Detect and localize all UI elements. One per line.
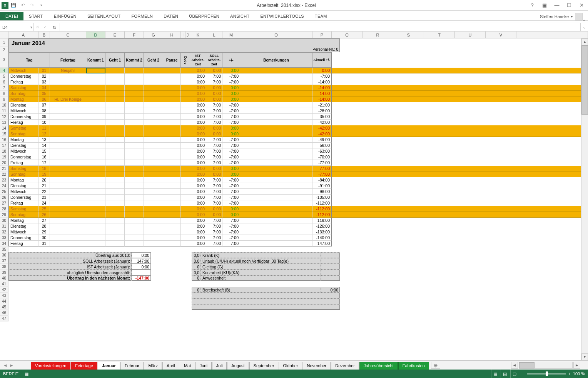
cell-day[interactable]: Dienstag (8, 102, 38, 108)
cell-k1[interactable] (86, 97, 105, 102)
qat-more-icon[interactable]: ▾ (37, 1, 45, 10)
cell-holiday[interactable] (50, 241, 86, 246)
cell-g2[interactable] (144, 120, 163, 125)
cell-akt[interactable]: -77:00 (312, 166, 332, 172)
cell-bem[interactable] (240, 235, 312, 241)
cell-k1[interactable] (86, 183, 105, 189)
legend-txt[interactable]: Gleittag (G) (201, 264, 321, 270)
cell-daynum[interactable]: 06 (38, 97, 50, 102)
tab-team[interactable]: TEAM (309, 12, 332, 20)
summary-value[interactable]: 147:00 (132, 258, 151, 264)
cell-pause[interactable] (163, 206, 181, 212)
cell-pause[interactable] (163, 114, 181, 120)
month-title[interactable]: Januar 2014 (8, 38, 340, 47)
row-header[interactable]: 32 (0, 229, 8, 235)
cell-k2[interactable] (125, 120, 144, 125)
new-sheet-icon[interactable]: ⊕ (431, 362, 440, 369)
cell-ist[interactable]: 0:00 (190, 137, 206, 143)
row-header[interactable]: 40 (0, 275, 8, 281)
cell-g1[interactable] (105, 160, 125, 166)
cell-pause[interactable] (163, 97, 181, 102)
sheet-tab-voreinstellungen[interactable]: Voreinstellungen (31, 362, 70, 370)
cell-soll[interactable]: 7:00 (206, 108, 222, 114)
cell-ist[interactable]: 0:00 (190, 120, 206, 125)
cell-holiday[interactable] (50, 172, 86, 177)
tab-nav-last-icon[interactable]: ► (8, 363, 15, 368)
th-feiertag[interactable]: Feiertag (50, 52, 86, 68)
cell-g2[interactable] (144, 166, 163, 172)
summary-value[interactable]: -147:00 (132, 275, 151, 281)
cell-k1[interactable] (86, 102, 105, 108)
cell-pm[interactable]: -7:00 (222, 235, 240, 241)
cell-k1[interactable] (86, 131, 105, 137)
cell-pause[interactable] (163, 218, 181, 223)
row-header[interactable]: 15 (0, 131, 8, 137)
cell-k2[interactable] (125, 114, 144, 120)
cell-holiday[interactable] (50, 91, 86, 97)
cell-pause[interactable] (163, 212, 181, 218)
cell-pause[interactable] (163, 172, 181, 177)
cell-day[interactable]: Sonntag (8, 172, 38, 177)
cell-pm[interactable]: -7:00 (222, 137, 240, 143)
cell-code[interactable] (181, 108, 190, 114)
cell-g2[interactable] (144, 97, 163, 102)
col-header[interactable] (516, 32, 588, 38)
cell-k2[interactable] (125, 183, 144, 189)
cell-g2[interactable] (144, 137, 163, 143)
cell-g1[interactable] (105, 172, 125, 177)
cell-pm[interactable]: -7:00 (222, 120, 240, 125)
cell-day[interactable]: Mittwoch (8, 68, 38, 73)
cell-g2[interactable] (144, 108, 163, 114)
tab-daten[interactable]: DATEN (158, 12, 184, 20)
cell-g1[interactable] (105, 73, 125, 79)
cell-akt[interactable]: -77:00 (312, 160, 332, 166)
cell-akt[interactable]: -140:00 (312, 235, 332, 241)
cell-akt[interactable]: -147:00 (312, 241, 332, 246)
cell-k2[interactable] (125, 172, 144, 177)
cell-pm[interactable]: 0:00 (222, 206, 240, 212)
cell-akt[interactable]: -42:00 (312, 120, 332, 125)
cell-bem[interactable] (240, 212, 312, 218)
cell-bem[interactable] (240, 73, 312, 79)
col-header[interactable]: H (163, 32, 181, 38)
cell-code[interactable] (181, 206, 190, 212)
cell-ist[interactable]: 0:00 (190, 148, 206, 154)
cell-daynum[interactable]: 20 (38, 177, 50, 183)
cell-ist[interactable]: 0:00 (190, 218, 206, 223)
cell-g1[interactable] (105, 120, 125, 125)
cell-code[interactable] (181, 120, 190, 125)
cell-holiday[interactable] (50, 154, 86, 160)
cell-g1[interactable] (105, 241, 125, 246)
cell-pause[interactable] (163, 148, 181, 154)
cell-soll[interactable]: 0:00 (206, 68, 222, 73)
cell-bem[interactable] (240, 143, 312, 148)
cell-k1[interactable] (86, 91, 105, 97)
cell-g2[interactable] (144, 79, 163, 85)
cell-akt[interactable]: -0:00 (312, 68, 332, 73)
cell-akt[interactable]: -77:00 (312, 172, 332, 177)
cell-ist[interactable]: 0:00 (190, 166, 206, 172)
cell-g1[interactable] (105, 177, 125, 183)
cell-k1[interactable] (86, 195, 105, 200)
cell-pause[interactable] (163, 91, 181, 97)
cell-holiday[interactable] (50, 218, 86, 223)
summary-label[interactable]: Übertrag aus 2013: (8, 252, 132, 258)
cell-pause[interactable] (163, 223, 181, 229)
col-header[interactable]: B (38, 32, 50, 38)
cell-code[interactable] (181, 229, 190, 235)
cell-pm[interactable]: 0:00 (222, 172, 240, 177)
cell-bem[interactable] (240, 108, 312, 114)
cell-code[interactable] (181, 189, 190, 195)
row-header[interactable]: 38 (0, 264, 8, 270)
cell-day[interactable]: Mittwoch (8, 229, 38, 235)
row-header[interactable]: 39 (0, 270, 8, 275)
tab-ansicht[interactable]: ANSICHT (225, 12, 255, 20)
cell-daynum[interactable]: 30 (38, 235, 50, 241)
col-header[interactable]: R (362, 32, 393, 38)
cell-akt[interactable]: -70:00 (312, 154, 332, 160)
cell-g2[interactable] (144, 212, 163, 218)
cell-g2[interactable] (144, 131, 163, 137)
cell-daynum[interactable]: 26 (38, 212, 50, 218)
cell-g1[interactable] (105, 229, 125, 235)
column-headers[interactable]: A B C D E F G H I J K L M O P Q R S T U … (0, 32, 588, 38)
